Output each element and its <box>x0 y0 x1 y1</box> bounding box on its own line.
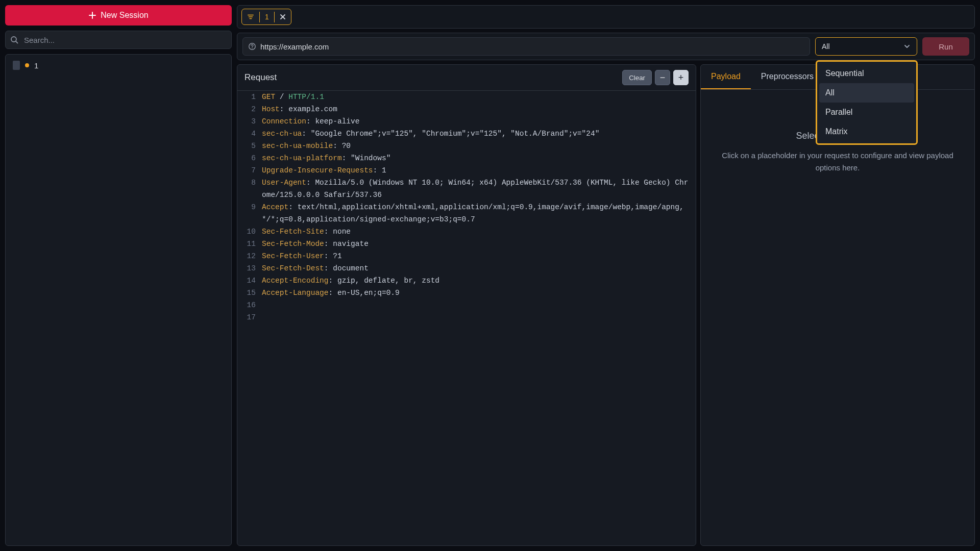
url-bar: All Sequential All Parallel Matrix Run <box>237 33 975 60</box>
plus-icon: + <box>678 72 684 83</box>
mode-option-all[interactable]: All <box>819 83 914 103</box>
mode-option-matrix[interactable]: Matrix <box>819 122 914 141</box>
tab-strip: 1 <box>237 5 975 29</box>
new-session-button[interactable]: New Session <box>5 5 232 26</box>
line-content <box>262 299 696 311</box>
line-content: GET / HTTP/1.1 <box>262 91 696 103</box>
line-number: 2 <box>237 103 262 115</box>
line-content: sec-ch-ua-mobile: ?0 <box>262 140 696 152</box>
editor-line[interactable]: 8User-Agent: Mozilla/5.0 (Windows NT 10.… <box>237 177 696 201</box>
line-number: 9 <box>237 201 262 226</box>
session-list: 1 <box>5 54 232 546</box>
line-number: 10 <box>237 226 262 238</box>
clear-button[interactable]: Clear <box>622 70 652 85</box>
tab-payload[interactable]: Payload <box>701 65 751 89</box>
editor-line[interactable]: 12Sec-Fetch-User: ?1 <box>237 250 696 262</box>
session-tab[interactable]: 1 <box>241 9 291 25</box>
line-number: 7 <box>237 164 262 177</box>
drag-handle-icon[interactable] <box>13 61 20 70</box>
line-content: Sec-Fetch-Dest: document <box>262 262 696 274</box>
mode-selected-label: All <box>822 42 830 51</box>
line-number: 15 <box>237 287 262 299</box>
request-title: Request <box>244 72 277 83</box>
request-panel: Request Clear − + 1GET / HTTP/1.12Host: … <box>237 64 696 546</box>
line-content: Accept: text/html,application/xhtml+xml,… <box>262 201 696 226</box>
line-number: 6 <box>237 152 262 164</box>
line-content: sec-ch-ua-platform: "Windows" <box>262 152 696 164</box>
session-item[interactable]: 1 <box>9 58 228 73</box>
line-content: Sec-Fetch-Mode: navigate <box>262 238 696 250</box>
collapse-button[interactable]: − <box>655 70 670 85</box>
line-number: 3 <box>237 115 262 128</box>
search-input[interactable] <box>5 31 232 49</box>
status-dot-icon <box>25 63 29 67</box>
chevron-down-icon <box>903 43 911 50</box>
line-number: 13 <box>237 262 262 274</box>
line-number: 1 <box>237 91 262 103</box>
editor-line[interactable]: 2Host: example.com <box>237 103 696 115</box>
editor-line[interactable]: 16 <box>237 299 696 311</box>
editor-line[interactable]: 14Accept-Encoding: gzip, deflate, br, zs… <box>237 274 696 287</box>
editor-line[interactable]: 15Accept-Language: en-US,en;q=0.9 <box>237 287 696 299</box>
editor-line[interactable]: 5sec-ch-ua-mobile: ?0 <box>237 140 696 152</box>
new-session-label: New Session <box>101 11 148 20</box>
mode-dropdown: Sequential All Parallel Matrix <box>816 60 918 145</box>
search-wrap <box>5 31 232 49</box>
editor-line[interactable]: 9Accept: text/html,application/xhtml+xml… <box>237 201 696 226</box>
editor-line[interactable]: 7Upgrade-Insecure-Requests: 1 <box>237 164 696 177</box>
session-tab-label: 1 <box>260 9 274 24</box>
add-button[interactable]: + <box>673 70 689 85</box>
line-content: Accept-Encoding: gzip, deflate, br, zstd <box>262 274 696 287</box>
line-number: 11 <box>237 238 262 250</box>
request-header: Request Clear − + <box>237 65 696 91</box>
editor-line[interactable]: 10Sec-Fetch-Site: none <box>237 226 696 238</box>
line-number: 17 <box>237 311 262 323</box>
editor-line[interactable]: 4sec-ch-ua: "Google Chrome";v="125", "Ch… <box>237 128 696 140</box>
line-content <box>262 311 696 323</box>
editor-line[interactable]: 13Sec-Fetch-Dest: document <box>237 262 696 274</box>
filter-icon[interactable] <box>242 9 259 24</box>
line-number: 4 <box>237 128 262 140</box>
editor-line[interactable]: 11Sec-Fetch-Mode: navigate <box>237 238 696 250</box>
close-tab-button[interactable] <box>275 9 291 24</box>
editor-line[interactable]: 3Connection: keep-alive <box>237 115 696 128</box>
plus-icon <box>88 11 96 19</box>
request-actions: Clear − + <box>622 70 689 85</box>
editor-line[interactable]: 17 <box>237 311 696 323</box>
editor-line[interactable]: 6sec-ch-ua-platform: "Windows" <box>237 152 696 164</box>
line-content: Sec-Fetch-User: ?1 <box>262 250 696 262</box>
line-number: 12 <box>237 250 262 262</box>
session-label: 1 <box>34 61 38 70</box>
line-content: User-Agent: Mozilla/5.0 (Windows NT 10.0… <box>262 177 696 201</box>
url-input[interactable] <box>260 42 804 51</box>
minus-icon: − <box>660 72 666 83</box>
line-content: Accept-Language: en-US,en;q=0.9 <box>262 287 696 299</box>
editor-line[interactable]: 1GET / HTTP/1.1 <box>237 91 696 103</box>
line-number: 16 <box>237 299 262 311</box>
line-content: Upgrade-Insecure-Requests: 1 <box>262 164 696 177</box>
line-content: sec-ch-ua: "Google Chrome";v="125", "Chr… <box>262 128 696 140</box>
url-input-wrap <box>242 37 810 56</box>
sidebar: New Session 1 <box>5 5 232 546</box>
run-button[interactable]: Run <box>922 37 969 56</box>
line-content: Connection: keep-alive <box>262 115 696 128</box>
line-number: 5 <box>237 140 262 152</box>
search-icon <box>10 36 18 44</box>
mode-select[interactable]: All Sequential All Parallel Matrix <box>815 37 917 56</box>
line-content: Sec-Fetch-Site: none <box>262 226 696 238</box>
line-content: Host: example.com <box>262 103 696 115</box>
line-number: 8 <box>237 177 262 201</box>
main: 1 All Sequential All Parallel Matrix <box>237 5 975 546</box>
tab-preprocessors[interactable]: Preprocessors <box>751 65 824 89</box>
payload-empty-state: Select a placeholder Click on a placehol… <box>701 90 974 545</box>
mode-option-parallel[interactable]: Parallel <box>819 103 914 122</box>
line-number: 14 <box>237 274 262 287</box>
empty-subtitle: Click on a placeholder in your request t… <box>713 149 962 174</box>
help-icon[interactable] <box>248 42 256 51</box>
svg-point-2 <box>252 48 253 49</box>
mode-option-sequential[interactable]: Sequential <box>819 64 914 83</box>
request-editor[interactable]: 1GET / HTTP/1.12Host: example.com3Connec… <box>237 91 696 545</box>
